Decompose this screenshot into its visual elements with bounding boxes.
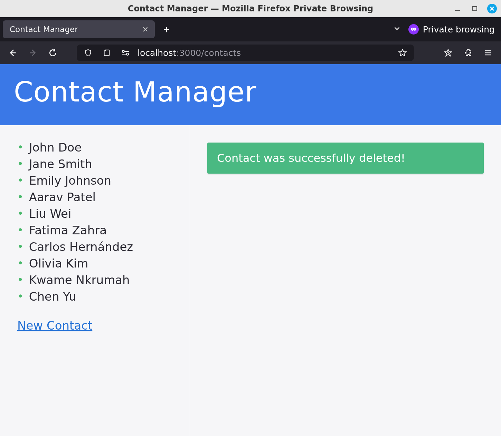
svg-rect-8 — [104, 50, 110, 56]
svg-point-4 — [412, 29, 413, 30]
bookmark-star-icon[interactable] — [396, 46, 409, 59]
svg-point-11 — [126, 53, 129, 55]
browser-tab[interactable]: Contact Manager ✕ — [3, 20, 155, 38]
contact-link[interactable]: Chen Yu — [29, 290, 76, 303]
browser-toolbar: localhost:3000/contacts — [0, 41, 501, 64]
main-area: Contact was successfully deleted! — [190, 125, 501, 436]
shield-icon[interactable] — [82, 46, 95, 59]
minimize-button[interactable] — [453, 4, 462, 13]
close-tab-icon[interactable]: ✕ — [142, 25, 149, 34]
page-info-icon[interactable] — [100, 46, 113, 59]
save-to-pocket-icon[interactable] — [442, 46, 455, 59]
contact-link[interactable]: Jane Smith — [29, 157, 92, 171]
contact-link[interactable]: Kwame Nkrumah — [29, 273, 130, 287]
back-button[interactable] — [6, 46, 19, 59]
svg-point-9 — [122, 50, 124, 52]
contact-link[interactable]: Carlos Hernández — [29, 240, 133, 254]
contact-link[interactable]: John Doe — [29, 140, 82, 154]
os-titlebar: Contact Manager — Mozilla Firefox Privat… — [0, 0, 501, 17]
page-header: Contact Manager — [0, 64, 501, 125]
page-root: Contact Manager John DoeJane SmithEmily … — [0, 64, 501, 436]
svg-marker-13 — [399, 49, 406, 56]
contact-list-item: Aarav Patel — [17, 189, 179, 205]
sidebar: John DoeJane SmithEmily JohnsonAarav Pat… — [0, 125, 190, 436]
contact-list-item: Olivia Kim — [17, 255, 179, 272]
contact-list-item: Kwame Nkrumah — [17, 272, 179, 288]
contact-list-item: Liu Wei — [17, 205, 179, 222]
window-controls — [453, 0, 497, 17]
new-tab-button[interactable]: ＋ — [158, 21, 175, 38]
new-contact-link[interactable]: New Contact — [17, 319, 92, 332]
reload-button[interactable] — [46, 46, 59, 59]
close-window-button[interactable] — [487, 4, 497, 13]
page-body: John DoeJane SmithEmily JohnsonAarav Pat… — [0, 125, 501, 436]
contact-link[interactable]: Liu Wei — [29, 207, 72, 221]
contact-list-item: Chen Yu — [17, 288, 179, 305]
tab-overflow-button[interactable] — [389, 25, 405, 34]
window-title: Contact Manager — Mozilla Firefox Privat… — [128, 4, 374, 13]
permissions-icon[interactable] — [119, 46, 132, 59]
contact-list: John DoeJane SmithEmily JohnsonAarav Pat… — [17, 139, 179, 305]
mask-icon — [408, 24, 419, 35]
contact-link[interactable]: Aarav Patel — [29, 190, 96, 204]
svg-rect-1 — [473, 7, 477, 11]
contact-list-item: Jane Smith — [17, 156, 179, 172]
contact-list-item: John Doe — [17, 139, 179, 156]
tab-strip: Contact Manager ✕ ＋ Private browsing — [0, 17, 501, 41]
contact-link[interactable]: Fatima Zahra — [29, 223, 107, 237]
url-text[interactable]: localhost:3000/contacts — [138, 48, 241, 58]
address-bar[interactable]: localhost:3000/contacts — [77, 45, 414, 61]
contact-link[interactable]: Emily Johnson — [29, 174, 111, 187]
extensions-icon[interactable] — [462, 46, 475, 59]
app-menu-icon[interactable] — [482, 46, 495, 59]
flash-success: Contact was successfully deleted! — [207, 143, 484, 174]
contact-list-item: Emily Johnson — [17, 172, 179, 189]
contact-list-item: Carlos Hernández — [17, 238, 179, 255]
private-browsing-indicator: Private browsing — [408, 24, 498, 35]
forward-button[interactable] — [26, 46, 39, 59]
url-host: localhost — [138, 48, 176, 58]
maximize-button[interactable] — [470, 4, 480, 13]
svg-point-5 — [414, 29, 415, 30]
contact-list-item: Fatima Zahra — [17, 222, 179, 238]
private-browsing-label: Private browsing — [423, 25, 495, 35]
tab-title: Contact Manager — [10, 25, 78, 34]
contact-link[interactable]: Olivia Kim — [29, 256, 88, 270]
url-path: :3000/contacts — [176, 48, 241, 58]
page-title: Contact Manager — [14, 76, 487, 108]
